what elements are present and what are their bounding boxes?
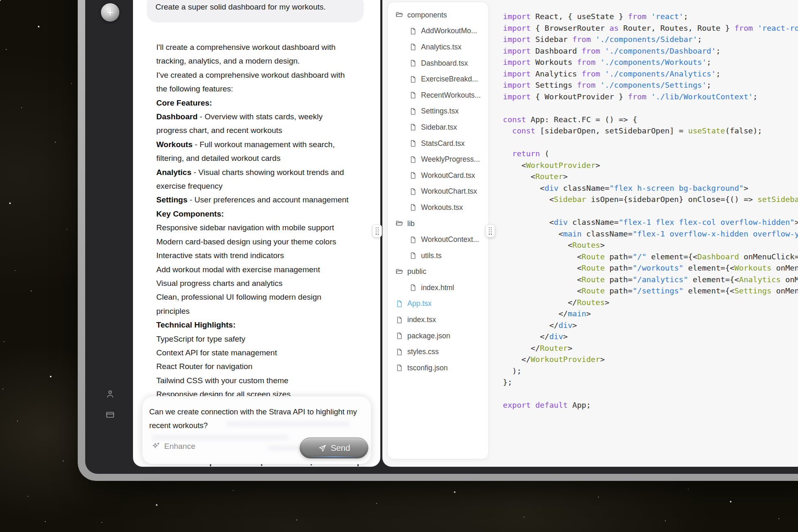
code-line: import Analytics from './components/Anal… (503, 68, 798, 80)
code-line: </div> (503, 320, 798, 331)
folder-open-icon (395, 268, 404, 276)
tree-item-label: Analytics.tsx (421, 43, 461, 52)
composer-card: Can we create connection with the Strava… (142, 396, 371, 464)
chat-line: Clean, professional UI following modern … (156, 290, 372, 304)
code-line: import { WorkoutProvider } from './lib/W… (503, 91, 798, 103)
credit-card-icon (105, 410, 115, 420)
tree-item-analytics-tsx[interactable]: Analytics.tsx (388, 39, 488, 55)
code-line: import { BrowserRouter as Router, Routes… (503, 22, 798, 34)
code-editor[interactable]: import React, { useState } from 'react';… (503, 11, 798, 467)
tree-item-label: public (407, 267, 426, 276)
tree-item-tsconfig-json[interactable]: tsconfig.json (388, 360, 488, 376)
tree-item-label: WeeklyProgress... (421, 155, 480, 164)
enhance-button[interactable]: Enhance (151, 441, 195, 451)
code-line: </Router> (503, 342, 798, 354)
chat-line: exercise frequency (156, 179, 372, 193)
code-line: import Sidebar from './components/Sideba… (503, 34, 798, 45)
chat-line: Add workout modal with exercise manageme… (156, 263, 372, 276)
tree-item-sidebar-tsx[interactable]: Sidebar.tsx (388, 119, 488, 135)
plus-icon (106, 8, 115, 17)
file-icon (409, 91, 417, 99)
chat-line: progress chart, and recent workouts (156, 123, 372, 137)
code-content: import React, { useState } from 'react';… (503, 11, 798, 411)
file-icon (409, 203, 417, 212)
file-icon (409, 187, 417, 196)
code-line: import Dashboard from './components/Dash… (503, 45, 798, 57)
code-line: ); (503, 365, 798, 377)
tree-item-app-tsx[interactable]: App.tsx (388, 296, 488, 312)
editor-panel: componentsAddWorkoutMo...Analytics.tsxDa… (382, 0, 798, 467)
billing-button[interactable] (105, 410, 115, 420)
tree-item-label: Settings.tsx (421, 107, 458, 116)
file-icon (409, 27, 417, 35)
code-line: <Route path="/analytics" element={<Analy… (503, 274, 798, 286)
tree-item-label: index.tsx (407, 315, 436, 324)
tree-item-lib[interactable]: lib (388, 216, 488, 232)
tree-item-workouts-tsx[interactable]: Workouts.tsx (388, 200, 488, 216)
file-icon (409, 236, 417, 244)
composer-input[interactable]: Can we create connection with the Strava… (149, 405, 365, 432)
file-icon (409, 283, 417, 292)
send-button[interactable]: Send (300, 438, 368, 458)
tree-item-label: components (407, 11, 447, 20)
code-line: <WorkoutProvider> (503, 160, 798, 171)
tree-item-weeklyprogress-[interactable]: WeeklyProgress... (388, 151, 488, 167)
tree-item-styles-css[interactable]: styles.css (388, 344, 488, 360)
chat-panel-resize-handle[interactable] (372, 224, 382, 237)
chat-line: Key Components: (156, 207, 372, 221)
tree-panel-resize-handle[interactable] (485, 224, 495, 237)
chat-line: Modern card-based design using your them… (156, 235, 372, 249)
tree-item-statscard-tsx[interactable]: StatsCard.tsx (388, 135, 488, 152)
tree-item-dashboard-tsx[interactable]: Dashboard.tsx (388, 55, 488, 71)
code-line: const App: React.FC = () => { (503, 114, 798, 126)
user-profile-button[interactable] (105, 389, 115, 399)
file-icon (409, 59, 417, 67)
chat-line: TypeScript for type safety (156, 332, 372, 346)
tree-item-label: Dashboard.tsx (421, 59, 468, 68)
tree-item-label: styles.css (407, 347, 439, 356)
code-line: }; (503, 377, 798, 388)
folder-open-icon (395, 11, 404, 19)
tree-item-label: index.html (421, 283, 454, 292)
code-line: </main> (503, 308, 798, 320)
tree-item-public[interactable]: public (388, 264, 488, 280)
code-line: </Routes> (503, 297, 798, 308)
chat-line: the following features: (156, 82, 372, 96)
tree-item-workoutcontext-[interactable]: WorkoutContext... (388, 232, 488, 248)
file-icon (409, 107, 417, 116)
tree-item-index-html[interactable]: index.html (388, 280, 488, 296)
code-line: import Settings from './components/Setti… (503, 79, 798, 91)
tree-item-utils-ts[interactable]: utils.ts (388, 248, 488, 264)
new-chat-button[interactable] (101, 3, 119, 22)
tree-item-settings-tsx[interactable]: Settings.tsx (388, 103, 488, 120)
tree-item-label: Workouts.tsx (421, 203, 463, 212)
tree-item-exercisebreakd-[interactable]: ExerciseBreakd... (388, 71, 488, 87)
chat-line: I'll create a comprehensive workout dash… (156, 40, 372, 54)
file-icon (409, 43, 417, 51)
window-bezel: Create a super solid dashboard for my wo… (85, 0, 798, 474)
code-line: </div> (503, 331, 798, 342)
tree-item-label: WorkoutChart.tsx (421, 187, 477, 196)
tree-item-workoutchart-tsx[interactable]: WorkoutChart.tsx (388, 184, 488, 200)
tree-item-label: WorkoutContext... (421, 235, 479, 244)
tree-item-workoutcard-tsx[interactable]: WorkoutCard.tsx (388, 167, 488, 184)
code-line: <main className="flex-1 overflow-x-hidde… (503, 228, 798, 240)
code-line: <div className="flex-1 flex flex-col ove… (503, 217, 798, 228)
chat-panel: Create a super solid dashboard for my wo… (133, 0, 380, 467)
user-message-text: Create a super solid dashboard for my wo… (155, 2, 326, 12)
tree-item-label: RecentWorkouts... (421, 91, 481, 100)
composer-text-line: Can we create connection with the Strava… (149, 405, 365, 419)
code-line (503, 137, 798, 148)
user-icon (105, 389, 115, 399)
tree-item-recentworkouts-[interactable]: RecentWorkouts... (388, 87, 488, 103)
tree-item-package-json[interactable]: package.json (388, 328, 488, 344)
code-line: const [sidebarOpen, setSidebarOpen] = us… (503, 125, 798, 137)
file-icon (395, 316, 404, 324)
tree-item-components[interactable]: components (388, 7, 488, 23)
tree-item-addworkoutmo-[interactable]: AddWorkoutMo... (388, 23, 488, 39)
enhance-label: Enhance (164, 442, 195, 451)
code-line: import Workouts from './components/Worko… (503, 57, 798, 68)
send-plane-icon (318, 444, 327, 453)
tree-item-label: tsconfig.json (407, 364, 448, 372)
tree-item-index-tsx[interactable]: index.tsx (388, 312, 488, 328)
